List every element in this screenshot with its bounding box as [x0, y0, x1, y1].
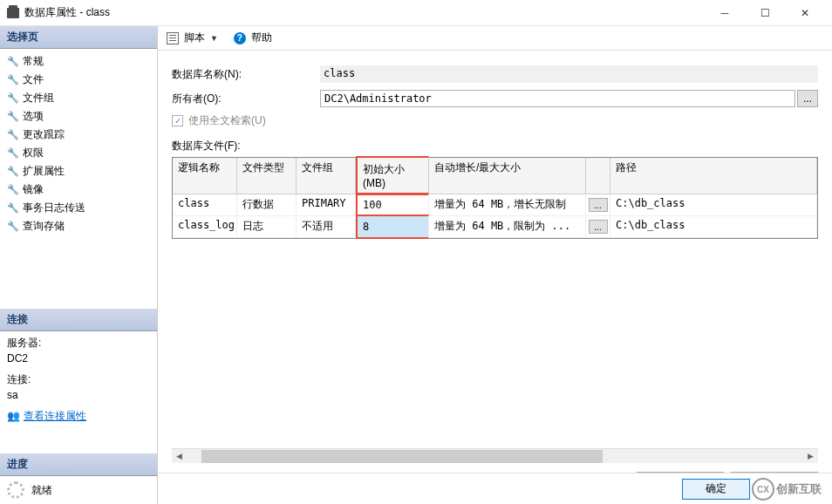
spinner-icon [7, 481, 24, 499]
cell-path[interactable]: C:\db_class [610, 194, 817, 215]
nav-item-mirroring[interactable]: 🔧镜像 [0, 180, 157, 199]
watermark-text: 创新互联 [776, 481, 822, 497]
maximize-button[interactable]: ☐ [745, 0, 785, 26]
server-value: DC2 [7, 351, 150, 366]
close-button[interactable]: ✕ [785, 0, 825, 26]
help-label[interactable]: 帮助 [251, 31, 272, 45]
nav-label: 镜像 [23, 182, 44, 197]
cell-path[interactable]: C:\db_class [610, 216, 817, 237]
wrench-icon: 🔧 [7, 111, 19, 122]
cell-name[interactable]: class [173, 194, 237, 215]
nav-item-permissions[interactable]: 🔧权限 [0, 144, 157, 162]
window-controls: ─ ☐ ✕ [705, 0, 825, 26]
content-area: 数据库名称(N): class 所有者(O): ... ✓ 使用全文检索(U) … [158, 51, 832, 473]
script-label[interactable]: 脚本 [184, 31, 205, 45]
script-dropdown-icon[interactable]: ▼ [210, 34, 218, 43]
table-row[interactable]: class 行数据 PRIMARY 100 增量为 64 MB，增长无限制 ..… [173, 194, 817, 216]
dbname-field: class [320, 65, 818, 83]
progress-header: 进度 [0, 453, 157, 476]
nav-item-general[interactable]: 🔧常规 [0, 52, 157, 71]
minimize-button[interactable]: ─ [705, 0, 745, 26]
wrench-icon: 🔧 [7, 147, 19, 159]
cell-grow-btn[interactable]: ... [586, 194, 610, 215]
status-row: 就绪 [0, 476, 157, 504]
watermark: CX 创新互联 [752, 476, 829, 502]
fulltext-label: 使用全文检索(U) [188, 113, 266, 128]
col-header-type[interactable]: 文件类型 [237, 158, 297, 194]
help-icon: ? [234, 32, 246, 44]
nav-list: 🔧常规 🔧文件 🔧文件组 🔧选项 🔧更改跟踪 🔧权限 🔧扩展属性 🔧镜像 🔧事务… [0, 49, 157, 239]
scroll-left-icon[interactable]: ◀ [172, 450, 187, 463]
wrench-icon: 🔧 [7, 56, 19, 67]
nav-item-files[interactable]: 🔧文件 [0, 71, 157, 89]
nav-label: 查询存储 [23, 219, 65, 234]
fulltext-checkbox: ✓ [172, 115, 183, 126]
table-row[interactable]: class_log 日志 不适用 8 增量为 64 MB，限制为 ... ...… [173, 216, 817, 238]
fulltext-row: ✓ 使用全文检索(U) [172, 113, 818, 128]
right-panel: 脚本 ▼ ? 帮助 数据库名称(N): class 所有者(O): ... ✓ … [157, 26, 832, 504]
script-icon [167, 32, 179, 44]
scroll-right-icon[interactable]: ▶ [803, 450, 818, 463]
files-grid: 逻辑名称 文件类型 文件组 初始大小(MB) 自动增长/最大大小 路径 clas… [172, 157, 818, 239]
nav-item-extended[interactable]: 🔧扩展属性 [0, 162, 157, 180]
ok-button[interactable]: 确定 [682, 479, 750, 500]
nav-label: 更改跟踪 [23, 127, 65, 142]
wrench-icon: 🔧 [7, 221, 19, 232]
owner-browse-button[interactable]: ... [797, 90, 818, 107]
nav-label: 文件 [23, 72, 44, 87]
owner-label: 所有者(O): [172, 92, 320, 106]
watermark-logo-icon: CX [752, 478, 774, 501]
database-icon [7, 8, 19, 18]
dialog-footer: 确定 CX 创新互联 [158, 473, 832, 504]
nav-label: 常规 [23, 54, 44, 69]
cell-size[interactable]: 100 [356, 193, 429, 217]
wrench-icon: 🔧 [7, 166, 19, 177]
nav-item-logshipping[interactable]: 🔧事务日志传送 [0, 199, 157, 217]
nav-item-querystore[interactable]: 🔧查询存储 [0, 217, 157, 235]
connection-header: 连接 [0, 309, 157, 331]
col-header-path[interactable]: 路径 [610, 158, 817, 194]
nav-label: 文件组 [23, 91, 54, 106]
col-header-group[interactable]: 文件组 [297, 158, 356, 194]
nav-item-filegroups[interactable]: 🔧文件组 [0, 89, 157, 107]
cell-grow[interactable]: 增量为 64 MB，限制为 ... [429, 216, 586, 237]
wrench-icon: 🔧 [7, 129, 19, 140]
col-header-size[interactable]: 初始大小(MB) [356, 156, 429, 195]
owner-field[interactable] [320, 90, 795, 107]
wrench-icon: 🔧 [7, 184, 19, 195]
col-header-btn [586, 158, 610, 194]
cell-grow[interactable]: 增量为 64 MB，增长无限制 [429, 194, 586, 215]
window-title: 数据库属性 - class [24, 5, 705, 20]
cell-group[interactable]: 不适用 [297, 216, 356, 237]
left-panel: 选择页 🔧常规 🔧文件 🔧文件组 🔧选项 🔧更改跟踪 🔧权限 🔧扩展属性 🔧镜像… [0, 26, 157, 504]
wrench-icon: 🔧 [7, 74, 19, 85]
cell-name[interactable]: class_log [173, 216, 237, 237]
nav-item-options[interactable]: 🔧选项 [0, 107, 157, 126]
col-header-grow[interactable]: 自动增长/最大大小 [429, 158, 586, 194]
cell-group[interactable]: PRIMARY [297, 194, 356, 215]
nav-label: 权限 [23, 146, 44, 160]
wrench-icon: 🔧 [7, 202, 19, 214]
nav-label: 选项 [23, 109, 44, 124]
grid-header: 逻辑名称 文件类型 文件组 初始大小(MB) 自动增长/最大大小 路径 [173, 158, 817, 194]
scroll-thumb[interactable] [201, 450, 603, 463]
ok-button-label: 确定 [706, 481, 726, 496]
status-text: 就绪 [31, 483, 52, 498]
nav-label: 事务日志传送 [23, 201, 85, 215]
ellipsis-icon: ... [589, 220, 608, 234]
title-bar: 数据库属性 - class ─ ☐ ✕ [0, 0, 832, 26]
cell-size[interactable]: 8 [356, 215, 429, 239]
people-icon: 👥 [7, 410, 20, 422]
dbname-label: 数据库名称(N): [172, 67, 320, 82]
horizontal-scrollbar[interactable]: ◀ ▶ [172, 448, 818, 463]
cell-type[interactable]: 行数据 [237, 194, 297, 215]
col-header-name[interactable]: 逻辑名称 [173, 158, 237, 194]
cell-type[interactable]: 日志 [237, 216, 297, 237]
connection-info: 服务器: DC2 连接: sa 👥查看连接属性 [0, 331, 157, 427]
nav-label: 扩展属性 [23, 164, 65, 179]
view-connection-props-link[interactable]: 查看连接属性 [24, 410, 86, 422]
cell-grow-btn[interactable]: ... [586, 216, 610, 237]
nav-item-changetracking[interactable]: 🔧更改跟踪 [0, 126, 157, 144]
select-page-header: 选择页 [0, 26, 157, 49]
wrench-icon: 🔧 [7, 92, 19, 104]
